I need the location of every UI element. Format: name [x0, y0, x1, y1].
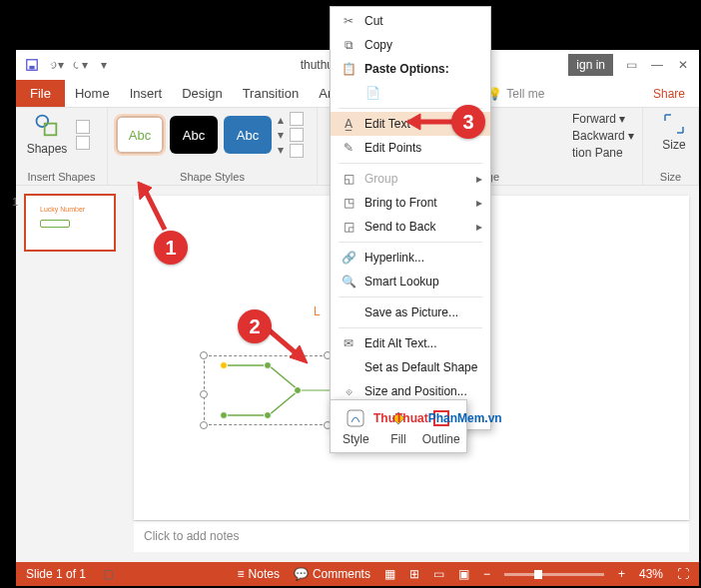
- group-icon: ◱: [341, 171, 356, 187]
- ctx-save-as-picture[interactable]: Save as Picture...: [331, 300, 490, 324]
- copy-icon: ⧉: [341, 37, 356, 53]
- notes-button[interactable]: ≡ Notes: [238, 567, 280, 581]
- ctx-paste-options-header[interactable]: 📋Paste Options:: [331, 57, 490, 81]
- svg-point-2: [37, 116, 49, 128]
- slide-count[interactable]: Slide 1 of 1: [26, 567, 86, 581]
- share-button[interactable]: Share: [639, 81, 699, 107]
- minimize-icon[interactable]: —: [649, 57, 665, 73]
- view-slideshow-icon[interactable]: ▣: [458, 567, 469, 581]
- link-icon: 🔗: [341, 250, 356, 266]
- tab-insert[interactable]: Insert: [120, 80, 173, 107]
- status-bar: Slide 1 of 1 ▢ ≡ Notes 💬 Comments ▦ ⊞ ▭ …: [16, 562, 699, 586]
- zoom-level[interactable]: 43%: [639, 567, 663, 581]
- ctx-edit-alt-text[interactable]: ✉Edit Alt Text...: [331, 331, 490, 355]
- svg-rect-5: [348, 410, 363, 426]
- ctx-smart-lookup[interactable]: 🔍Smart Lookup: [331, 270, 490, 294]
- gallery-more-icon[interactable]: ▾: [278, 143, 284, 157]
- tab-home[interactable]: Home: [65, 80, 120, 107]
- style-swatch-1[interactable]: Abc: [116, 116, 164, 154]
- view-sorter-icon[interactable]: ⊞: [409, 567, 419, 581]
- text-box-icon[interactable]: [76, 136, 90, 150]
- close-icon[interactable]: ✕: [675, 57, 691, 73]
- zoom-out-icon[interactable]: −: [483, 567, 490, 581]
- watermark: ThuThuatPhanMem.vn: [373, 405, 502, 427]
- send-back-icon: ◲: [341, 219, 356, 235]
- ribbon-display-icon[interactable]: ▭: [623, 57, 639, 73]
- tab-transition[interactable]: Transition: [233, 80, 310, 107]
- sign-in-button[interactable]: ign in: [568, 54, 613, 76]
- shape-outline-icon[interactable]: [290, 128, 304, 142]
- redo-icon[interactable]: ▾: [72, 57, 88, 73]
- shape-effects-icon[interactable]: [290, 144, 304, 158]
- ctx-send-to-back[interactable]: ◲Send to Back▸: [331, 215, 490, 239]
- alt-text-icon: ✉: [341, 335, 356, 351]
- style-swatch-2[interactable]: Abc: [170, 116, 218, 154]
- zoom-in-icon[interactable]: +: [618, 567, 625, 581]
- ctx-group[interactable]: ◱Group▸: [331, 167, 490, 191]
- shape-fill-icon[interactable]: [290, 112, 304, 126]
- fit-to-window-icon[interactable]: ⛶: [677, 567, 689, 581]
- tab-design[interactable]: Design: [172, 80, 232, 107]
- group-label-size: Size: [651, 169, 690, 183]
- selection-pane-button[interactable]: tion Pane: [572, 146, 634, 160]
- annotation-badge-3: 3: [451, 105, 485, 139]
- paste-option-icon[interactable]: 📄: [364, 85, 380, 101]
- size-position-icon: ⟐: [341, 383, 356, 399]
- ctx-set-default-shape[interactable]: Set as Default Shape: [331, 355, 490, 379]
- annotation-badge-2: 2: [238, 309, 272, 343]
- ctx-paste-options[interactable]: 📄: [331, 81, 490, 105]
- ctx-cut[interactable]: ✂Cut: [331, 9, 490, 33]
- gallery-down-icon[interactable]: ▾: [278, 128, 284, 142]
- notes-pane[interactable]: Click to add notes: [134, 520, 689, 552]
- tab-file[interactable]: File: [16, 80, 65, 107]
- bring-front-icon: ◳: [341, 195, 356, 211]
- style-icon: [344, 406, 367, 430]
- undo-icon[interactable]: ▾: [48, 57, 64, 73]
- view-normal-icon[interactable]: ▦: [384, 567, 395, 581]
- slide-thumbnail-1[interactable]: Lucky Number: [24, 194, 116, 252]
- edit-text-icon: A̲: [341, 116, 356, 132]
- group-label-insert-shapes: Insert Shapes: [24, 169, 99, 183]
- qat-more-icon[interactable]: ▾: [96, 57, 112, 73]
- ctx-copy[interactable]: ⧉Copy: [331, 33, 490, 57]
- view-reading-icon[interactable]: ▭: [433, 567, 444, 581]
- smart-lookup-icon: 🔍: [341, 274, 356, 290]
- shapes-button[interactable]: Shapes: [24, 112, 70, 158]
- gallery-up-icon[interactable]: ▴: [278, 113, 284, 127]
- bring-forward-button[interactable]: Forward ▾: [572, 112, 634, 126]
- ctx-hyperlink[interactable]: 🔗Hyperlink...: [331, 246, 490, 270]
- style-swatch-3[interactable]: Abc: [224, 116, 272, 154]
- mini-style-button[interactable]: Style: [335, 404, 377, 448]
- clipboard-icon: 📋: [341, 61, 356, 77]
- ctx-bring-to-front[interactable]: ◳Bring to Front▸: [331, 191, 490, 215]
- thumbnail-pane[interactable]: Lucky Number: [16, 186, 124, 562]
- edit-shape-icon[interactable]: [76, 120, 90, 134]
- svg-rect-1: [29, 66, 34, 70]
- zoom-slider[interactable]: [504, 573, 604, 576]
- annotation-badge-1: 1: [154, 231, 188, 265]
- send-backward-button[interactable]: Backward ▾: [572, 129, 634, 143]
- ctx-edit-points[interactable]: ✎Edit Points: [331, 136, 490, 160]
- save-icon[interactable]: [24, 57, 40, 73]
- edit-points-icon: ✎: [341, 140, 356, 156]
- context-menu: ✂Cut ⧉Copy 📋Paste Options: 📄 A̲Edit Text…: [330, 6, 491, 430]
- scissors-icon: ✂: [341, 13, 356, 29]
- comments-button[interactable]: 💬 Comments: [294, 567, 370, 581]
- size-button[interactable]: Size: [651, 112, 697, 158]
- spell-check-icon[interactable]: ▢: [100, 566, 116, 582]
